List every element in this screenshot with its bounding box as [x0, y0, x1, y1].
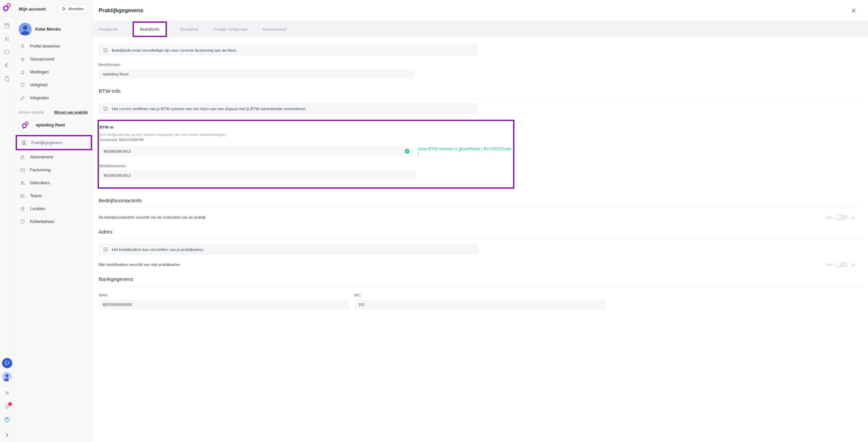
close-icon[interactable]: [851, 7, 857, 14]
card-icon: [20, 167, 25, 173]
app-icon-rail: ›: [0, 0, 14, 442]
calendar-icon[interactable]: [4, 22, 10, 29]
tab-praktijkinfo[interactable]: Praktijkinfo: [99, 21, 118, 37]
bedrijfsnaam-input[interactable]: [99, 69, 414, 79]
info-banner-adres: Het bedrijfsadres kan verschillen van je…: [99, 244, 478, 255]
tab-bar: Praktijkinfo Bedrijfsinfo Disciplines Pr…: [92, 21, 868, 37]
address-differs-toggle[interactable]: [836, 262, 848, 267]
practice-nav: Praktijkgegevens Abonnement Facturering …: [14, 133, 92, 230]
btw-example: Voorbeeld: BE0123456789: [100, 138, 513, 142]
btw-verified-text: Jouw BTW-nummer is geverifieerd ( BV CRO…: [418, 147, 513, 156]
btw-nr-label: BTW nr: [100, 125, 513, 129]
chevron-right-icon: ›: [8, 378, 13, 382]
sidebar-item-label: Praktijkgegevens: [31, 140, 62, 145]
iban-input[interactable]: [99, 300, 349, 310]
toggle-yes-label: Ja: [851, 262, 855, 267]
tab-geavanceerd[interactable]: Geavanceerd: [262, 21, 286, 37]
sidebar-item-teams[interactable]: Teams: [14, 189, 92, 202]
user-avatar[interactable]: ›: [2, 372, 12, 382]
bic-input[interactable]: [354, 300, 606, 310]
lock-icon: [20, 154, 25, 160]
sidebar-item-abonnement[interactable]: Abonnement: [14, 151, 92, 164]
divider: [0, 354, 14, 354]
banner-text: Het bedrijfsadres kan verschillen van je…: [112, 248, 204, 252]
switch-practice-link[interactable]: Wissel van praktijk: [54, 110, 88, 114]
bell-icon[interactable]: [4, 403, 10, 411]
sidebar-item-geavanceerd[interactable]: Geavanceerd: [14, 53, 92, 66]
tab-content: Bedrijfsinfo moet vervolledigd zijn voor…: [92, 37, 868, 442]
users-icon: [20, 180, 25, 186]
logout-icon: [62, 6, 66, 11]
sidebar-item-profiel-bewerken[interactable]: Profiel bewerken: [14, 40, 92, 53]
logout-button[interactable]: Afmelden: [58, 4, 88, 14]
shield-icon: [20, 219, 25, 225]
building-icon: [21, 140, 27, 146]
tab-disciplines[interactable]: Disciplines: [180, 21, 199, 37]
sidebar-item-praktijkgegevens[interactable]: Praktijkgegevens: [16, 135, 92, 150]
tab-bedrijfsinfo[interactable]: Bedrijfsinfo: [133, 21, 167, 37]
sidebar-item-rollenbeheer[interactable]: Rollenbeheer: [14, 215, 92, 228]
account-nav: Profiel bewerken Geavanceerd Meldingen V…: [14, 38, 92, 106]
user-name: Kobe Merckx: [35, 27, 61, 32]
toggle-knob: [836, 215, 841, 220]
practice-logo: [19, 118, 32, 132]
sidebar-item-label: Profiel bewerken: [30, 44, 60, 49]
app-logo[interactable]: [2, 0, 12, 16]
toggle-yes-label: Ja: [851, 215, 855, 219]
btw-nr-input[interactable]: [100, 146, 413, 156]
info-icon: [103, 48, 108, 53]
bedrijfsnaam-label: Bedrijfsnaam: [99, 63, 862, 67]
info-banner-btw: Het correct verifiëren van je BTW nummer…: [99, 103, 478, 114]
file-icon[interactable]: [4, 75, 10, 82]
sidebar-item-label: Facturering: [30, 168, 51, 172]
pin-icon: [20, 206, 25, 212]
logout-label: Afmelden: [68, 7, 84, 11]
sidebar-item-label: Rollenbeheer: [30, 219, 54, 224]
chat-fab-icon[interactable]: [2, 358, 12, 368]
toggle-no-label: Nee: [826, 215, 833, 219]
bic-label: BIC: [354, 293, 606, 297]
sidebar-item-integraties[interactable]: Integraties: [14, 91, 92, 104]
info-banner-bedrijfsinfo: Bedrijfsinfo moet vervolledigd zijn voor…: [99, 45, 478, 56]
contact-differs-toggle[interactable]: [836, 215, 848, 220]
main-panel: Praktijkgegevens Praktijkinfo Bedrijfsin…: [92, 0, 868, 442]
bedrijfsnummer-input[interactable]: [100, 170, 415, 181]
sidebar-item-label: Teams: [30, 193, 42, 198]
bic-field-group: BIC: [354, 286, 606, 310]
sidebar-item-label: Geavanceerd: [30, 57, 54, 62]
user-row: Kobe Merckx: [14, 18, 92, 38]
app-window: › Mijn account Afmelden: [0, 0, 868, 442]
contact-toggle-text: De bedrijfscontactinfo verschilt van de …: [99, 215, 206, 219]
account-sidebar: Mijn account Afmelden Kobe Merckx Profie…: [14, 0, 92, 442]
info-icon: [103, 247, 108, 252]
chat-icon[interactable]: [4, 49, 10, 55]
gear-icon: [20, 56, 25, 62]
help-icon[interactable]: [4, 417, 10, 424]
section-heading-bedrijfscontactinfo: Bedrijfscontactinfo: [99, 198, 862, 208]
sidebar-item-label: Veiligheid: [30, 83, 47, 87]
sidebar-item-veiligheid[interactable]: Veiligheid: [14, 79, 92, 91]
iban-label: IBAN: [99, 293, 349, 297]
bedrijfsnummer-label: Bedrijfsnummer: [100, 164, 513, 168]
sidebar-item-locaties[interactable]: Locaties: [14, 202, 92, 215]
iban-field-group: IBAN: [99, 286, 349, 310]
gear-icon[interactable]: [4, 390, 10, 397]
btw-annotation-box: BTW nr 21% Belgische btw op mijn facture…: [98, 120, 514, 189]
banner-text: Het correct verifiëren van je BTW nummer…: [112, 107, 306, 111]
user-icon: [20, 44, 25, 49]
expand-sidebar-chevron-icon[interactable]: [4, 429, 10, 442]
sidebar-item-facturering[interactable]: Facturering: [14, 164, 92, 176]
tab-praktijk-configuratie[interactable]: Praktijk configuratie: [214, 21, 248, 37]
euro-icon[interactable]: [4, 62, 10, 69]
sidebar-item-gebruikers[interactable]: Gebruikers: [14, 176, 92, 189]
sidebar-item-label: Gebruikers: [30, 181, 50, 185]
users-icon[interactable]: [4, 36, 10, 42]
section-heading-btw-info: BTW-info: [99, 88, 862, 98]
sidebar-item-meldingen[interactable]: Meldingen: [14, 66, 92, 79]
practice-row: opleiding Remi: [14, 116, 92, 133]
info-icon: [103, 106, 108, 111]
btw-caption: 21% Belgische btw op mijn facturen toepa…: [100, 133, 513, 137]
sidebar-item-label: Integraties: [30, 96, 49, 100]
section-heading-bankgegevens: Bankgegevens: [99, 276, 862, 286]
sidebar-item-label: Abonnement: [30, 155, 53, 159]
